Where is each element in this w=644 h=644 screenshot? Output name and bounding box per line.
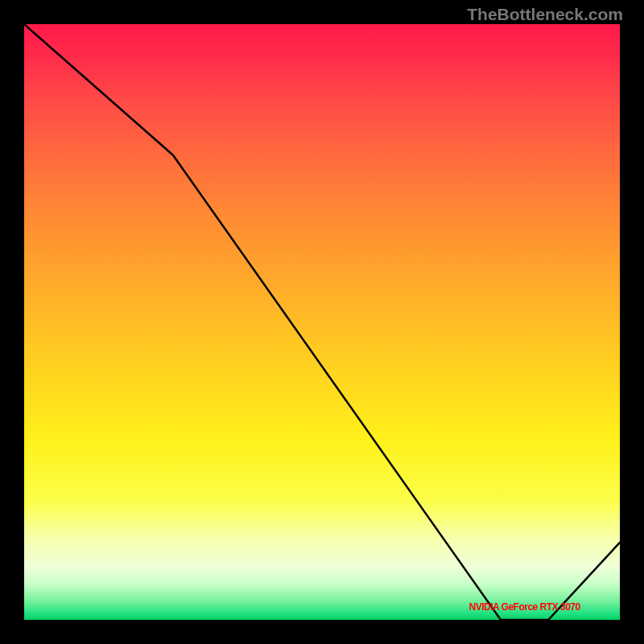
- attribution-text: TheBottleneck.com: [467, 5, 623, 24]
- chart-background-gradient: [24, 24, 620, 620]
- gpu-marker-label: NVIDIA GeForce RTX 3070: [469, 601, 580, 613]
- plot-area: NVIDIA GeForce RTX 3070: [24, 24, 620, 620]
